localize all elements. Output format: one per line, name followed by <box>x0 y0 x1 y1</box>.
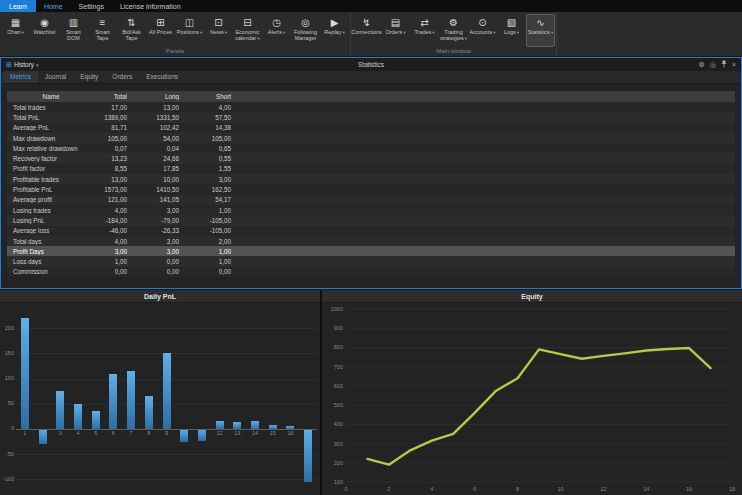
target-icon[interactable]: ◎ <box>710 61 716 68</box>
ribbon-button-label: Statistics▾ <box>528 29 553 35</box>
metric-value: 0,00 <box>182 268 234 275</box>
y-axis-tick: 200 <box>334 460 343 466</box>
metric-value: 0,55 <box>182 155 234 162</box>
ribbon-group-label: Panels <box>0 47 350 56</box>
metric-name: Max relative drawdown <box>7 145 92 152</box>
ribbon-button-alerts[interactable]: ◷Alerts▾ <box>262 14 291 47</box>
table-row[interactable]: Total days4,003,002,00 <box>7 236 735 246</box>
y-axis-tick: 800 <box>334 344 343 350</box>
ribbon-button-smart-dom[interactable]: ▥Smart DOM <box>59 14 88 47</box>
table-row[interactable]: Loss days1,000,001,00 <box>7 256 735 266</box>
table-row[interactable]: Total PnL1389,001331,5057,50 <box>7 112 735 122</box>
ribbon-button-following-manager[interactable]: ◎Following Manager <box>291 14 320 47</box>
table-row[interactable]: Profit Days3,003,001,00 <box>7 246 735 256</box>
menu-tab-license-information[interactable]: License information <box>112 0 189 12</box>
close-icon[interactable]: × <box>732 61 736 68</box>
metric-value: 1,00 <box>182 258 234 265</box>
menu-tab-settings[interactable]: Settings <box>71 0 112 12</box>
ribbon-button-positions[interactable]: ◫Positions▾ <box>175 14 204 47</box>
column-header-long[interactable]: Long <box>130 93 182 100</box>
learn-button[interactable]: Learn <box>0 0 36 12</box>
tab-journal[interactable]: Journal <box>38 71 73 83</box>
ribbon-button-chart[interactable]: ▦Chart▾ <box>1 14 30 47</box>
ribbon-button-trading-strategies[interactable]: ⚙Trading strategies▾ <box>439 14 468 47</box>
chevron-down-icon: ▾ <box>493 30 495 35</box>
y-axis-tick: 200 <box>0 326 14 332</box>
y-axis-tick: 100 <box>0 376 14 382</box>
ribbon-button-economic-calendar[interactable]: ⊟Economic calendar▾ <box>233 14 262 47</box>
ribbon-button-news[interactable]: ⊡News▾ <box>204 14 233 47</box>
tab-orders[interactable]: Orders <box>105 71 139 83</box>
menu-tab-home[interactable]: Home <box>36 0 71 12</box>
ribbon-button-bid-ask-tape[interactable]: ⇅Bid/Ask Tape <box>117 14 146 47</box>
table-row[interactable]: Total trades17,0013,004,00 <box>7 102 735 112</box>
ribbon-button-label: News▾ <box>210 29 227 35</box>
ribbon-button-trades[interactable]: ⇄Trades▾ <box>410 14 439 47</box>
ribbon-button-statistics[interactable]: ∿Statistics▾ <box>526 14 555 47</box>
ribbon-button-accounts[interactable]: ⊙Accounts▾ <box>468 14 497 47</box>
tab-executions[interactable]: Executions <box>139 71 185 83</box>
daily-pnl-panel: Daily PnL 200150100500-50-10012345678910… <box>0 290 322 495</box>
history-label: History <box>14 61 34 68</box>
ribbon-group-label: Main window <box>351 47 556 56</box>
equity-panel: Equity 100090080070060050040030020010002… <box>322 290 742 495</box>
x-axis-tick: 16 <box>284 431 296 437</box>
gear-icon[interactable]: ⚙ <box>699 61 705 68</box>
ribbon-button-label: Trading strategies▾ <box>440 29 467 42</box>
table-row[interactable]: Average loss-46,00-26,33-105,00 <box>7 226 735 236</box>
pnl-bar <box>198 429 206 441</box>
history-dropdown[interactable]: ⊞ History ▾ <box>6 61 39 68</box>
table-row[interactable]: Losing PnL-184,00-79,00-105,00 <box>7 215 735 225</box>
ribbon-button-replay[interactable]: ▶Replay▾ <box>320 14 349 47</box>
alerts-icon: ◷ <box>272 16 281 29</box>
tab-metrics[interactable]: Metrics <box>3 71 38 83</box>
table-row[interactable]: Losing trades4,003,001,00 <box>7 205 735 215</box>
column-header-short[interactable]: Short <box>182 93 234 100</box>
ribbon-button-logs[interactable]: ▧Logs▾ <box>497 14 526 47</box>
column-header-total[interactable]: Total <box>92 93 130 100</box>
ribbon-button-connections[interactable]: ↯Connections <box>352 14 381 47</box>
equity-svg: 1000900800700600500400300200100024681012… <box>322 303 742 495</box>
y-axis-tick: 300 <box>334 441 343 447</box>
daily-pnl-chart: 200150100500-50-100123456789101112131415… <box>0 303 320 495</box>
table-row[interactable]: Max drawdown105,0054,00105,00 <box>7 133 735 143</box>
table-row[interactable]: Average PnL81,71102,4214,38 <box>7 123 735 133</box>
metric-value: 24,66 <box>130 155 182 162</box>
metric-name: Losing PnL <box>7 217 92 224</box>
ribbon-button-all-prices[interactable]: ⊞All Prices <box>146 14 175 47</box>
table-row[interactable]: Average profit121,00141,0554,17 <box>7 195 735 205</box>
metric-value: 14,38 <box>182 124 234 131</box>
x-axis-tick: 10 <box>557 486 563 492</box>
table-row[interactable]: Commission0,000,000,00 <box>7 267 735 277</box>
ribbon-button-label: Bid/Ask Tape <box>118 29 145 42</box>
metric-name: Max drawdown <box>7 135 92 142</box>
pin-icon[interactable] <box>721 60 727 69</box>
tab-equity[interactable]: Equity <box>73 71 105 83</box>
table-row[interactable]: Profitable PnL1573,001410,50162,50 <box>7 184 735 194</box>
table-row[interactable]: Profit factor8,5517,851,55 <box>7 164 735 174</box>
column-header-name[interactable]: Name <box>7 93 92 100</box>
smart-tape-icon: ≡ <box>100 16 106 29</box>
all-prices-icon: ⊞ <box>156 16 164 29</box>
ribbon-button-label: Following Manager <box>292 29 319 42</box>
history-icon: ⊞ <box>6 61 12 68</box>
metrics-table: NameTotalLongShort Total trades17,0013,0… <box>7 91 735 277</box>
ribbon-button-watchlist[interactable]: ◉Watchlist <box>30 14 59 47</box>
metric-value: 13,00 <box>130 104 182 111</box>
chevron-down-icon: ▾ <box>36 62 39 68</box>
x-axis-tick: 15 <box>267 431 279 437</box>
pnl-bar <box>180 429 188 442</box>
metric-value: 121,00 <box>92 196 130 203</box>
table-row[interactable]: Max relative drawdown0,070,040,65 <box>7 143 735 153</box>
y-axis-tick: -100 <box>0 477 14 483</box>
ribbon-button-smart-tape[interactable]: ≡Smart Tape <box>88 14 117 47</box>
metric-name: Average loss <box>7 227 92 234</box>
pnl-bar <box>109 374 117 429</box>
ribbon-button-label: Logs▾ <box>504 29 519 35</box>
table-row[interactable]: Profitable trades13,0010,003,00 <box>7 174 735 184</box>
ribbon-button-orders[interactable]: ▤Orders▾ <box>381 14 410 47</box>
x-axis-tick: 4 <box>72 431 84 437</box>
pnl-bar <box>216 421 224 429</box>
table-row[interactable]: Recovery factor13,2324,660,55 <box>7 153 735 163</box>
y-axis-tick: 700 <box>334 364 343 370</box>
